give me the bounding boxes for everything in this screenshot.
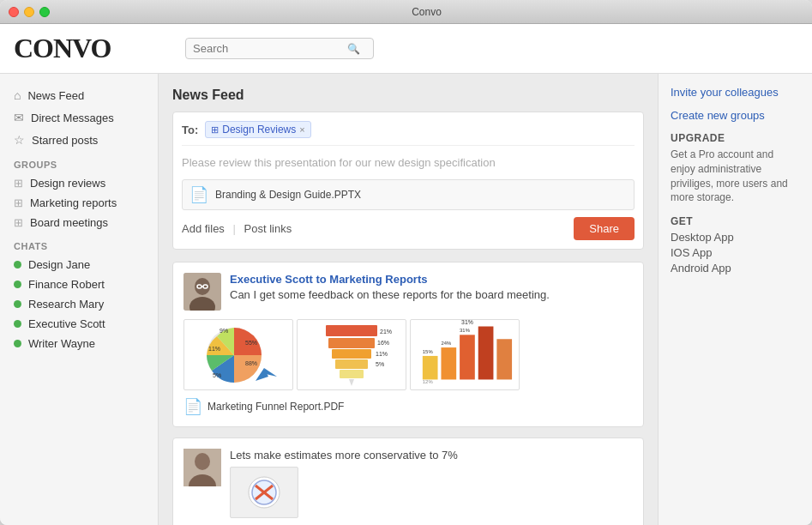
sidebar-item-writer-wayne[interactable]: Writer Wayne	[0, 334, 158, 353]
upgrade-section-label: UPGRADE	[671, 132, 800, 144]
pdf-icon: 📄	[183, 397, 202, 416]
nav-label-starred-posts: Starred posts	[32, 134, 98, 147]
svg-text:21%: 21%	[380, 329, 392, 335]
sidebar-item-news-feed[interactable]: ⌂ News Feed	[0, 84, 158, 106]
sidebar-item-design-reviews[interactable]: ⊞ Design reviews	[0, 173, 158, 193]
svg-text:24%: 24%	[441, 341, 452, 346]
post2-content: Lets make estimates more conservative to…	[230, 449, 633, 518]
bar-chart-svg: 15% 24% 31% 31% 12%	[414, 319, 515, 386]
search-bar[interactable]: 🔍	[185, 38, 374, 59]
post2-body: Lets make estimates more conservative to…	[230, 449, 633, 462]
sidebar-item-finance-robert[interactable]: Finance Robert	[0, 275, 158, 294]
svg-rect-14	[326, 325, 377, 336]
close-button[interactable]	[9, 7, 19, 17]
post1-title[interactable]: Executive Scott to Marketing Reports	[230, 273, 633, 286]
post1-avatar	[183, 273, 221, 311]
groups-section-label: GROUPS	[0, 151, 158, 173]
maximize-button[interactable]	[39, 7, 50, 17]
post2-thumb-svg	[232, 468, 297, 516]
home-icon: ⌂	[14, 88, 21, 102]
nav-label-direct-messages: Direct Messages	[31, 112, 114, 124]
svg-text:31%: 31%	[461, 319, 473, 325]
chat-label-finance-robert: Finance Robert	[28, 278, 105, 291]
chat-label-design-jane: Design Jane	[28, 258, 90, 271]
share-button[interactable]: Share	[574, 217, 635, 240]
chats-section-label: CHATS	[0, 232, 158, 255]
post1-images: 55% 88% 11% 5% 9%	[183, 319, 633, 390]
sidebar-item-executive-scott[interactable]: Executive Scott	[0, 314, 158, 334]
app-header: CONVO 🔍	[0, 24, 812, 74]
post1-file: 📄 Marketing Funnel Report.PDF	[183, 397, 633, 416]
svg-text:5%: 5%	[213, 372, 221, 378]
to-tag-remove[interactable]: ×	[299, 124, 304, 135]
compose-attachment: 📄 Branding & Design Guide.PPTX	[182, 179, 635, 210]
app-logo: CONVO	[14, 33, 168, 64]
svg-rect-26	[460, 335, 475, 379]
desktop-app-link[interactable]: Desktop App	[671, 231, 800, 244]
to-tag-label: Design Reviews	[222, 124, 296, 136]
add-files-link[interactable]: Add files	[182, 222, 225, 235]
post1-funnel-chart: 21% 16% 11% 5%	[297, 319, 406, 390]
post1-body: Can I get some feedback on these reports…	[230, 288, 633, 301]
star-icon: ☆	[14, 133, 25, 147]
compose-box: To: ⊞ Design Reviews × Please review thi…	[172, 112, 644, 250]
compose-body-text[interactable]: Please review this presentation for our …	[182, 153, 635, 172]
search-icon: 🔍	[347, 43, 360, 55]
sidebar-item-design-jane[interactable]: Design Jane	[0, 255, 158, 275]
post-links-link[interactable]: Post links	[244, 222, 292, 235]
post1-avatar-img	[183, 273, 221, 311]
post1-content: Executive Scott to Marketing Reports Can…	[230, 273, 633, 301]
svg-text:9%: 9%	[220, 328, 228, 334]
svg-text:15%: 15%	[423, 349, 434, 354]
minimize-button[interactable]	[24, 7, 34, 17]
chat-label-writer-wayne: Writer Wayne	[28, 337, 95, 350]
post-card-2: Lets make estimates more conservative to…	[172, 438, 644, 525]
ios-app-link[interactable]: IOS App	[671, 246, 800, 259]
post2-avatar-img	[183, 449, 221, 486]
group-icon-design: ⊞	[14, 177, 23, 190]
search-input[interactable]	[193, 42, 347, 55]
sidebar-item-board-meetings[interactable]: ⊞ Board meetings	[0, 213, 158, 232]
sidebar-item-starred-posts[interactable]: ☆ Starred posts	[0, 129, 158, 151]
svg-text:16%: 16%	[377, 340, 389, 346]
sidebar-item-research-mary[interactable]: Research Mary	[0, 294, 158, 314]
svg-point-35	[195, 453, 210, 470]
svg-text:88%: 88%	[245, 360, 257, 366]
svg-rect-15	[328, 338, 375, 348]
title-bar: Convo	[0, 0, 812, 24]
online-dot-design-jane	[14, 261, 21, 269]
mail-icon: ✉	[14, 111, 24, 124]
pie-chart-svg: 55% 88% 11% 5% 9%	[187, 321, 290, 389]
chat-label-executive-scott: Executive Scott	[28, 317, 105, 330]
online-dot-executive-scott	[14, 320, 21, 328]
upgrade-body-text: Get a Pro account and enjoy administrati…	[671, 148, 800, 205]
attachment-icon: 📄	[189, 185, 208, 204]
get-section-label: GET	[671, 215, 800, 227]
to-tag[interactable]: ⊞ Design Reviews ×	[205, 121, 310, 138]
svg-rect-27	[478, 327, 494, 380]
sidebar-item-direct-messages[interactable]: ✉ Direct Messages	[0, 106, 158, 129]
create-groups-link[interactable]: Create new groups	[671, 109, 800, 122]
sidebar-item-marketing-reports[interactable]: ⊞ Marketing reports	[0, 193, 158, 213]
online-dot-research-mary	[14, 300, 21, 308]
nav-label-news-feed: News Feed	[27, 89, 84, 102]
to-label: To:	[182, 124, 198, 136]
invite-colleagues-link[interactable]: Invite your colleagues	[671, 86, 800, 99]
news-feed-title: News Feed	[172, 88, 644, 103]
svg-rect-17	[335, 359, 368, 369]
svg-text:11%: 11%	[208, 346, 220, 352]
post-card-1: Executive Scott to Marketing Reports Can…	[172, 262, 644, 427]
post2-thumbnail	[230, 467, 298, 518]
android-app-link[interactable]: Android App	[671, 262, 800, 275]
funnel-chart-svg: 21% 16% 11% 5%	[300, 321, 403, 389]
svg-rect-24	[423, 356, 438, 380]
post2-header: Lets make estimates more conservative to…	[183, 449, 633, 518]
right-panel: Invite your colleagues Create new groups…	[658, 74, 812, 525]
group-label-marketing-reports: Marketing reports	[30, 196, 117, 209]
window-title: Convo	[50, 6, 803, 18]
svg-text:11%: 11%	[376, 351, 388, 357]
app-body: ⌂ News Feed ✉ Direct Messages ☆ Starred …	[0, 74, 812, 525]
svg-text:31%: 31%	[460, 328, 471, 333]
compose-to-row: To: ⊞ Design Reviews ×	[182, 121, 635, 146]
main-content: News Feed To: ⊞ Design Reviews × Please …	[159, 74, 658, 525]
